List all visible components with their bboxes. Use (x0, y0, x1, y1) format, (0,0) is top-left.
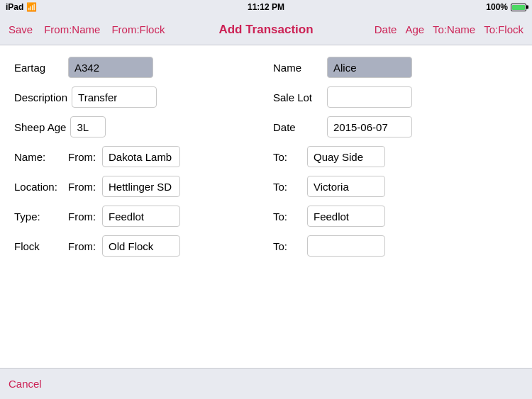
sheep-age-label: Sheep Age (14, 121, 66, 133)
right-name-input[interactable] (327, 57, 412, 78)
nav-title: Add Transaction (218, 23, 313, 37)
bottom-bar: Cancel (0, 368, 532, 399)
flock-to-row: To: (273, 235, 518, 257)
left-column: Eartag Description Sheep Age Name: From: (14, 57, 266, 265)
type-from-label: From: (68, 210, 98, 223)
description-label: Description (14, 91, 67, 103)
name-to-label: To: (273, 151, 303, 163)
cancel-button[interactable]: Cancel (9, 378, 42, 390)
right-date-label: Date (273, 121, 323, 133)
nav-left: Save From:Name From:Flock (9, 23, 165, 35)
location-label: Location: (14, 181, 64, 193)
name-label: Name: (14, 151, 64, 163)
type-to-label: To: (273, 210, 303, 223)
sheep-age-input[interactable] (70, 116, 106, 137)
location-to-row: To: (273, 176, 518, 197)
from-name-button[interactable]: From:Name (44, 23, 100, 35)
location-row: Location: From: (14, 176, 252, 197)
battery-icon (511, 4, 526, 11)
content-area: Eartag Description Sheep Age Name: From: (0, 45, 532, 368)
to-flock-button[interactable]: To:Flock (484, 23, 523, 35)
name-to-input[interactable] (307, 146, 385, 167)
date-input[interactable] (327, 116, 412, 137)
location-from-input[interactable] (102, 176, 180, 197)
right-column: Name Sale Lot Date To: To: (266, 57, 518, 265)
to-name-button[interactable]: To:Name (433, 23, 475, 35)
status-right: 100% (486, 2, 526, 12)
right-name-label: Name (273, 62, 323, 74)
from-flock-button[interactable]: From:Flock (111, 23, 165, 35)
form-section: Eartag Description Sheep Age Name: From: (14, 57, 518, 265)
status-left: iPad 📶 (6, 2, 37, 12)
flock-from-input[interactable] (102, 235, 180, 257)
sale-lot-label: Sale Lot (273, 91, 323, 103)
type-to-row: To: (273, 206, 518, 227)
type-from-input[interactable] (102, 206, 180, 227)
wifi-icon: 📶 (26, 2, 37, 12)
save-button[interactable]: Save (9, 23, 33, 35)
location-to-input[interactable] (307, 176, 385, 197)
type-label: Type: (14, 210, 64, 223)
flock-to-label: To: (273, 240, 303, 252)
eartag-row: Eartag (14, 57, 252, 78)
right-name-row: Name (273, 57, 518, 78)
right-date-row: Date (273, 116, 518, 137)
description-input[interactable] (72, 86, 157, 108)
status-bar: iPad 📶 11:12 PM 100% (0, 0, 532, 14)
name-row: Name: From: (14, 146, 252, 167)
sale-lot-row: Sale Lot (273, 86, 518, 108)
location-to-label: To: (273, 181, 303, 193)
description-row: Description (14, 86, 252, 108)
date-button[interactable]: Date (375, 23, 397, 35)
flock-row: Flock From: (14, 235, 252, 257)
status-time: 11:12 PM (248, 2, 284, 12)
age-button[interactable]: Age (405, 23, 424, 35)
nav-bar: Save From:Name From:Flock Add Transactio… (0, 14, 532, 45)
sheep-age-row: Sheep Age (14, 116, 252, 137)
battery-percent: 100% (486, 2, 508, 12)
flock-from-label: From: (68, 240, 98, 252)
type-to-input[interactable] (307, 206, 385, 227)
type-row: Type: From: (14, 206, 252, 227)
eartag-input[interactable] (68, 57, 153, 78)
name-from-input[interactable] (102, 146, 180, 167)
eartag-label: Eartag (14, 62, 64, 74)
device-label: iPad (6, 2, 23, 12)
flock-label: Flock (14, 240, 64, 252)
sale-lot-input[interactable] (327, 86, 412, 108)
flock-to-input[interactable] (307, 235, 385, 257)
nav-right: Date Age To:Name To:Flock (375, 23, 523, 35)
location-from-label: From: (68, 181, 98, 193)
name-to-row: To: (273, 146, 518, 167)
name-from-label: From: (68, 151, 98, 163)
